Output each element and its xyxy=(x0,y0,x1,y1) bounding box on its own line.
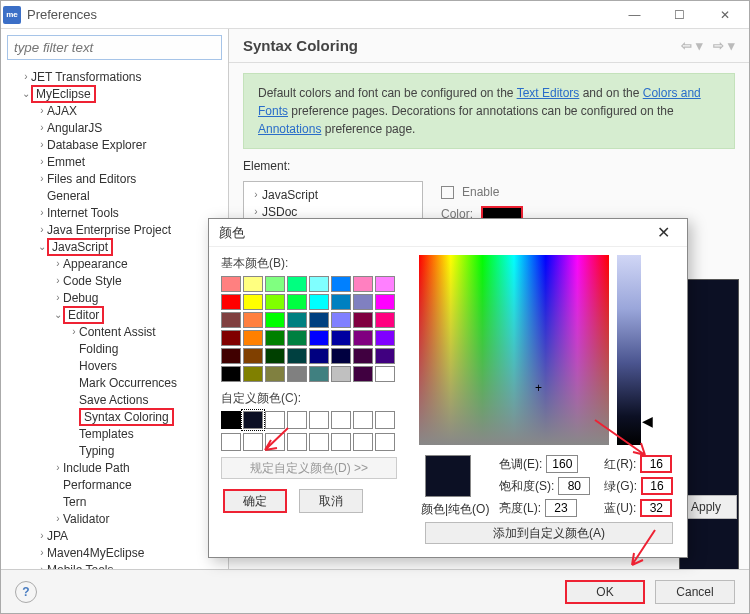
color-swatch-item[interactable] xyxy=(309,294,329,310)
tree-item[interactable]: ›Include Path xyxy=(5,459,228,476)
color-swatch-item[interactable] xyxy=(353,348,373,364)
color-swatch-item[interactable] xyxy=(353,330,373,346)
color-swatch-item[interactable] xyxy=(243,294,263,310)
minimize-icon[interactable]: — xyxy=(612,1,657,29)
color-swatch-item[interactable] xyxy=(353,294,373,310)
tree-item[interactable]: ›Validator xyxy=(5,510,228,527)
color-swatch-item[interactable] xyxy=(375,330,395,346)
tree-item[interactable]: Templates xyxy=(5,425,228,442)
color-swatch-item[interactable] xyxy=(331,312,351,328)
color-swatch-item[interactable] xyxy=(287,330,307,346)
custom-colors-row2[interactable] xyxy=(221,433,407,451)
color-swatch-item[interactable] xyxy=(375,348,395,364)
color-swatch-item[interactable] xyxy=(243,276,263,292)
lum-input[interactable] xyxy=(545,499,577,517)
link-annotations[interactable]: Annotations xyxy=(258,122,321,136)
filter-input[interactable] xyxy=(7,35,222,60)
tree-item[interactable]: ›Internet Tools xyxy=(5,204,228,221)
basic-colors-grid[interactable] xyxy=(221,276,407,382)
color-swatch-item[interactable] xyxy=(287,312,307,328)
color-swatch-item[interactable] xyxy=(353,276,373,292)
tree-item[interactable]: ›Appearance xyxy=(5,255,228,272)
tree-item[interactable]: Folding xyxy=(5,340,228,357)
color-swatch-item[interactable] xyxy=(287,276,307,292)
color-swatch-item[interactable] xyxy=(353,366,373,382)
green-input[interactable] xyxy=(641,477,673,495)
tree-item[interactable]: ⌄Editor xyxy=(5,306,228,323)
color-swatch-item[interactable] xyxy=(375,276,395,292)
tree-item[interactable]: ›Database Explorer xyxy=(5,136,228,153)
tree-item[interactable]: ›JET Transformations xyxy=(5,68,228,85)
color-swatch-item[interactable] xyxy=(331,276,351,292)
color-picker[interactable]: + xyxy=(419,255,609,445)
tree-item[interactable]: ⌄MyEclipse xyxy=(5,85,228,102)
color-swatch-item[interactable] xyxy=(287,366,307,382)
color-ok-button[interactable]: 确定 xyxy=(223,489,287,513)
tree-item[interactable]: ›AJAX xyxy=(5,102,228,119)
color-swatch-item[interactable] xyxy=(309,366,329,382)
color-swatch-item[interactable] xyxy=(265,366,285,382)
tree-item[interactable]: ›Mobile Tools xyxy=(5,561,228,569)
color-swatch-item[interactable] xyxy=(309,348,329,364)
color-swatch-item[interactable] xyxy=(353,312,373,328)
color-swatch-item[interactable] xyxy=(309,330,329,346)
tree-item[interactable]: ›Debug xyxy=(5,289,228,306)
color-swatch-item[interactable] xyxy=(243,330,263,346)
color-swatch-item[interactable] xyxy=(221,348,241,364)
color-swatch-item[interactable] xyxy=(375,294,395,310)
color-swatch-item[interactable] xyxy=(375,366,395,382)
color-swatch-item[interactable] xyxy=(265,312,285,328)
help-icon[interactable]: ? xyxy=(15,581,37,603)
color-swatch-item[interactable] xyxy=(221,366,241,382)
color-swatch-item[interactable] xyxy=(265,348,285,364)
color-swatch-item[interactable] xyxy=(221,294,241,310)
color-swatch-item[interactable] xyxy=(265,330,285,346)
color-swatch-item[interactable] xyxy=(331,294,351,310)
nav-arrows[interactable]: ⇦ ▾ ⇨ ▾ xyxy=(681,38,735,53)
blue-input[interactable] xyxy=(640,499,672,517)
color-swatch-item[interactable] xyxy=(309,276,329,292)
color-swatch-item[interactable] xyxy=(243,348,263,364)
tree-item[interactable]: ›Java Enterprise Project xyxy=(5,221,228,238)
color-swatch-item[interactable] xyxy=(221,330,241,346)
custom-swatch-selected[interactable] xyxy=(243,411,263,429)
tree-item[interactable]: Performance xyxy=(5,476,228,493)
tree-item[interactable]: Typing xyxy=(5,442,228,459)
add-custom-button[interactable]: 添加到自定义颜色(A) xyxy=(425,522,673,544)
color-swatch-item[interactable] xyxy=(221,312,241,328)
color-swatch-item[interactable] xyxy=(287,348,307,364)
tree-item[interactable]: ›Emmet xyxy=(5,153,228,170)
ok-button[interactable]: OK xyxy=(565,580,645,604)
tree-item[interactable]: ⌄JavaScript xyxy=(5,238,228,255)
tree-item[interactable]: General xyxy=(5,187,228,204)
color-swatch-item[interactable] xyxy=(331,366,351,382)
color-swatch-item[interactable] xyxy=(243,312,263,328)
tree-item[interactable]: ›AngularJS xyxy=(5,119,228,136)
red-input[interactable] xyxy=(640,455,672,473)
tree-item[interactable]: ›Code Style xyxy=(5,272,228,289)
color-dialog-close-icon[interactable]: ✕ xyxy=(649,223,677,242)
luminance-strip[interactable]: ◀ xyxy=(617,255,641,445)
tree-item[interactable]: ›Content Assist xyxy=(5,323,228,340)
color-swatch-item[interactable] xyxy=(265,276,285,292)
close-icon[interactable]: ✕ xyxy=(702,1,747,29)
tree-item[interactable]: ›Files and Editors xyxy=(5,170,228,187)
color-swatch-item[interactable] xyxy=(287,294,307,310)
tree-item[interactable]: Mark Occurrences xyxy=(5,374,228,391)
hue-input[interactable] xyxy=(546,455,578,473)
tree-item[interactable]: ›Maven4MyEclipse xyxy=(5,544,228,561)
color-swatch-item[interactable] xyxy=(375,312,395,328)
color-swatch-item[interactable] xyxy=(265,294,285,310)
enable-checkbox[interactable] xyxy=(441,186,454,199)
tree-item[interactable]: Hovers xyxy=(5,357,228,374)
custom-swatch-black[interactable] xyxy=(221,411,241,429)
cancel-button[interactable]: Cancel xyxy=(655,580,735,604)
color-cancel-button[interactable]: 取消 xyxy=(299,489,363,513)
color-swatch-item[interactable] xyxy=(331,330,351,346)
color-swatch-item[interactable] xyxy=(243,366,263,382)
tree-item[interactable]: Save Actions xyxy=(5,391,228,408)
maximize-icon[interactable]: ☐ xyxy=(657,1,702,29)
color-swatch-item[interactable] xyxy=(309,312,329,328)
tree-item[interactable]: ›JPA xyxy=(5,527,228,544)
color-swatch-item[interactable] xyxy=(331,348,351,364)
